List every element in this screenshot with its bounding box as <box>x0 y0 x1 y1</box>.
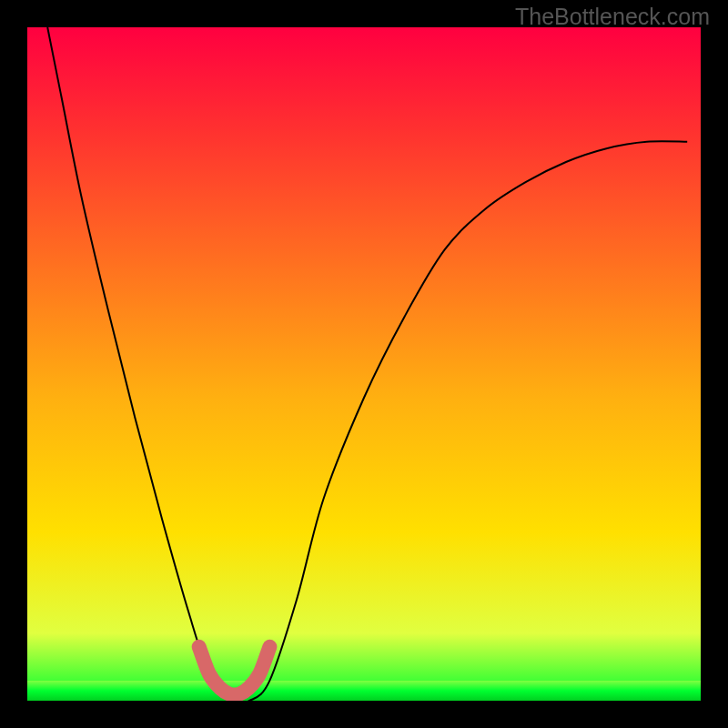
watermark-text: TheBottleneck.com <box>515 4 710 30</box>
chart-wrap: TheBottleneck.com <box>0 0 728 728</box>
plot-area <box>27 27 701 701</box>
bottleneck-curve <box>27 27 701 701</box>
